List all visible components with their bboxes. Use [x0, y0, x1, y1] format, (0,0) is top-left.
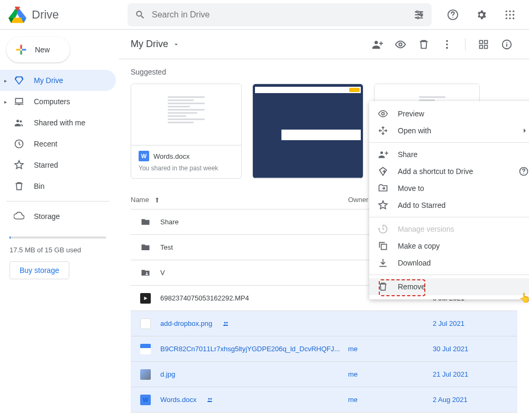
svg-point-42 [523, 173, 524, 174]
cm-copy[interactable]: Make a copy [369, 238, 529, 254]
context-menu: Preview Open with Share Add a shortcut t… [369, 101, 529, 299]
help-icon[interactable] [518, 166, 529, 177]
cm-download[interactable]: Download [369, 254, 529, 271]
svg-point-14 [506, 14, 507, 15]
grid-view-icon[interactable] [473, 34, 494, 55]
apps-icon[interactable] [499, 4, 521, 25]
svg-point-35 [224, 322, 226, 323]
storage-bar [10, 236, 106, 239]
new-label: New [35, 45, 50, 54]
settings-icon[interactable] [471, 4, 492, 25]
svg-point-8 [417, 17, 419, 19]
svg-point-11 [506, 10, 507, 12]
sidebar-item-computers[interactable]: ▸Computers [0, 91, 116, 112]
search-input[interactable] [152, 10, 407, 20]
cm-star[interactable]: Add to Starred [369, 197, 529, 214]
plus-icon [14, 42, 29, 57]
cm-shortcut[interactable]: Add a shortcut to Drive [369, 163, 529, 180]
svg-rect-29 [485, 40, 488, 43]
svg-point-27 [446, 47, 448, 49]
trash-icon[interactable] [413, 34, 434, 55]
sidebar-item-storage[interactable]: Storage [0, 206, 116, 227]
buy-storage-button[interactable]: Buy storage [10, 261, 69, 279]
table-row[interactable]: add-dropbox.png 2 Jul 2021 [131, 311, 517, 336]
tune-icon[interactable] [414, 10, 424, 20]
svg-point-23 [375, 41, 378, 44]
svg-point-25 [446, 40, 448, 42]
svg-rect-28 [480, 40, 483, 43]
app-name: Drive [32, 8, 59, 22]
search-bar[interactable] [127, 3, 432, 26]
more-icon[interactable] [436, 34, 458, 55]
table-row[interactable]: WWords.docx me2 Aug 2021 [131, 387, 517, 413]
sort-arrow-icon[interactable] [153, 196, 161, 204]
svg-point-33 [506, 42, 507, 43]
cm-preview[interactable]: Preview [369, 105, 529, 122]
chevron-down-icon [172, 41, 180, 48]
svg-point-15 [509, 14, 510, 15]
svg-point-21 [20, 120, 22, 122]
svg-point-18 [509, 17, 510, 19]
cm-move[interactable]: Move to [369, 180, 529, 197]
svg-point-36 [226, 322, 228, 323]
sidebar-item-shared[interactable]: Shared with me [0, 112, 116, 133]
new-button[interactable]: New [6, 37, 70, 62]
svg-point-20 [16, 120, 19, 122]
breadcrumb[interactable]: My Drive [131, 39, 180, 50]
svg-point-10 [452, 16, 453, 17]
cm-remove[interactable]: Remove [369, 278, 529, 295]
svg-point-19 [513, 17, 514, 19]
svg-point-37 [208, 398, 210, 399]
add-person-icon[interactable] [367, 34, 388, 55]
suggested-label: Suggested [131, 68, 517, 76]
sidebar-item-recent[interactable]: Recent [0, 133, 116, 154]
svg-point-7 [420, 14, 422, 15]
storage-text: 17.5 MB of 15 GB used [10, 246, 106, 254]
sidebar-item-starred[interactable]: Starred [0, 154, 116, 176]
help-icon[interactable] [442, 4, 463, 25]
svg-point-39 [382, 113, 385, 115]
sidebar-item-bin[interactable]: Bin [0, 176, 116, 197]
chevron-right-icon [521, 126, 529, 135]
svg-point-17 [506, 17, 507, 19]
svg-rect-30 [480, 45, 483, 48]
svg-point-13 [513, 10, 514, 12]
svg-rect-43 [381, 244, 387, 250]
suggested-card[interactable] [252, 84, 363, 179]
drive-logo-icon [8, 6, 26, 24]
svg-rect-31 [485, 45, 488, 48]
table-row[interactable]: d.jpgme21 Jul 2021 [131, 362, 517, 387]
svg-point-26 [446, 43, 448, 45]
svg-point-38 [211, 398, 212, 399]
cursor-icon: 👆 [519, 292, 529, 304]
svg-point-24 [399, 43, 402, 46]
svg-point-16 [513, 14, 514, 15]
svg-point-12 [509, 10, 510, 12]
cm-share[interactable]: Share [369, 146, 529, 163]
info-icon[interactable] [496, 34, 517, 55]
search-icon [135, 10, 145, 20]
preview-icon[interactable] [390, 34, 411, 55]
svg-point-40 [380, 151, 383, 154]
svg-point-6 [416, 11, 418, 12]
svg-point-34 [146, 272, 148, 273]
table-row[interactable]: B9CR82Cn7011Lr7xhsg5ltyjYGDPE206q_ld_Dcv… [131, 336, 517, 362]
cm-open-with[interactable]: Open with [369, 122, 529, 139]
cm-versions: Manage versions [369, 221, 529, 238]
sidebar-item-mydrive[interactable]: ▸My Drive [0, 70, 116, 91]
suggested-card[interactable]: WWords.docxYou shared in the past week [131, 84, 242, 179]
